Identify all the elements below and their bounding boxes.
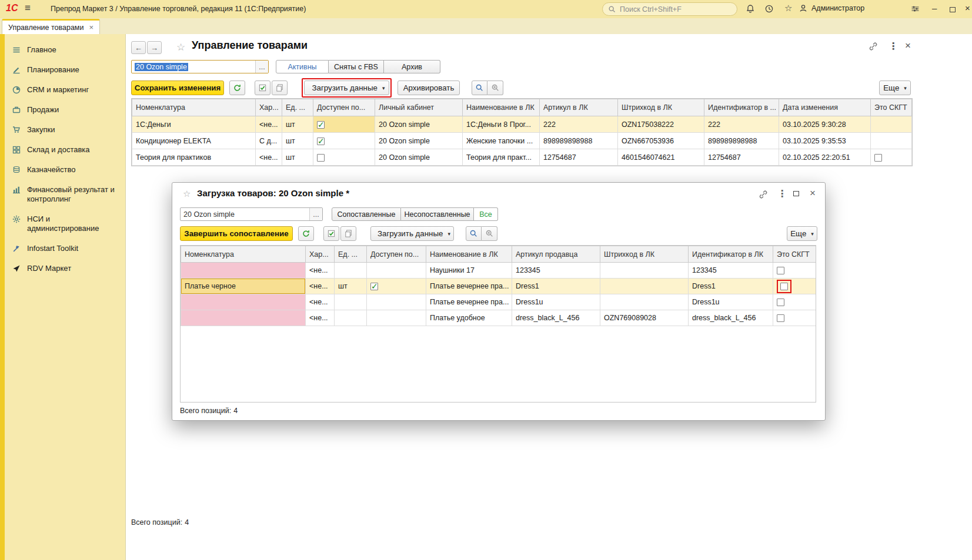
cell-identifier[interactable]: Dress1: [689, 279, 773, 294]
col-article[interactable]: Артикул продавца: [512, 246, 600, 263]
tab-sopostavlennye[interactable]: Сопоставленные: [332, 207, 401, 221]
cell-lk-name[interactable]: Платье удобное: [426, 310, 512, 326]
cell-barcode[interactable]: 4601546074621: [618, 149, 704, 166]
window-minimize-button[interactable]: –: [932, 2, 937, 14]
cell-article[interactable]: 123345: [512, 263, 600, 279]
dialog-cabinet-field[interactable]: 20 Ozon simple ...: [180, 207, 323, 221]
col-barcode[interactable]: Штрихкод в ЛК: [600, 246, 689, 263]
favorite-star-icon[interactable]: ☆: [176, 41, 185, 53]
cell-skgt[interactable]: [871, 149, 912, 166]
cell-characteristic[interactable]: <не...: [306, 279, 335, 294]
sidebar-item-finrezultat[interactable]: Финансовый результат и контроллинг: [5, 180, 125, 209]
form-close-icon[interactable]: ×: [905, 40, 911, 52]
favorites-star-icon[interactable]: ☆: [784, 3, 792, 14]
cell-unit[interactable]: шт: [282, 116, 313, 133]
col-available[interactable]: Доступен по...: [313, 99, 375, 116]
skgt-checkbox[interactable]: [777, 267, 784, 274]
cell-barcode[interactable]: OZN769089028: [600, 310, 689, 326]
tab-aktivny[interactable]: Активны: [276, 60, 329, 73]
nav-forward-button[interactable]: →: [147, 41, 162, 54]
col-identifier[interactable]: Идентификатор в ЛК: [689, 246, 773, 263]
copy-rows-button[interactable]: [272, 81, 288, 95]
sidebar-item-zakupki[interactable]: Закупки: [5, 120, 125, 140]
col-characteristic[interactable]: Хар...: [306, 246, 335, 263]
dialog-set-flags-button[interactable]: [323, 226, 339, 241]
tab-arhiv[interactable]: Архив: [384, 60, 440, 73]
window-maximize-button[interactable]: [950, 4, 956, 15]
cell-unit[interactable]: [335, 294, 367, 310]
cell-identifier[interactable]: dress_black_L_456: [689, 310, 773, 326]
cell-available[interactable]: [367, 263, 426, 279]
skgt-checkbox[interactable]: [780, 283, 788, 290]
cell-nomenclature[interactable]: 1С:Деньги: [132, 116, 256, 133]
cell-identifier[interactable]: 898989898988: [704, 133, 779, 149]
sidebar-item-prodazhi[interactable]: Продажи: [5, 100, 125, 120]
cell-article[interactable]: 898989898988: [540, 133, 618, 149]
tab-upravlenie-tovarami[interactable]: Управление товарами ×: [2, 19, 100, 34]
sidebar-item-infostart-toolkit[interactable]: Infostart Toolkit: [5, 239, 125, 259]
cell-characteristic[interactable]: <не...: [306, 294, 335, 310]
cell-barcode[interactable]: [600, 263, 689, 279]
cell-characteristic[interactable]: <не...: [306, 263, 335, 279]
dialog-search-button[interactable]: [466, 226, 482, 241]
dialog-cabinet-value[interactable]: 20 Ozon simple: [181, 210, 309, 219]
cell-available[interactable]: [313, 149, 375, 166]
cabinet-field[interactable]: 20 Ozon simple ...: [131, 60, 269, 73]
col-nomenclature[interactable]: Номенклатура: [181, 246, 306, 263]
col-skgt[interactable]: Это СКГТ: [871, 99, 912, 116]
cell-cabinet[interactable]: 20 Ozon simple: [375, 133, 463, 149]
cell-barcode[interactable]: OZN667053936: [618, 133, 704, 149]
sidebar-item-nsi-administrirovanie[interactable]: НСИ и администрирование: [5, 209, 125, 239]
cabinet-value[interactable]: 20 Ozon simple: [132, 63, 255, 71]
cell-lk-name[interactable]: Наушники 17: [426, 263, 512, 279]
nav-back-button[interactable]: ←: [131, 41, 146, 54]
cell-identifier[interactable]: 222: [704, 116, 779, 133]
cabinet-select-button[interactable]: ...: [255, 61, 268, 73]
col-nomenclature[interactable]: Номенклатура: [132, 99, 256, 116]
cell-available[interactable]: [313, 133, 375, 149]
cell-modified[interactable]: 03.10.2025 9:30:28: [779, 116, 871, 133]
cell-skgt[interactable]: [773, 294, 816, 310]
table-row[interactable]: 1С:Деньги <не... шт 20 Ozon simple 1С:Де…: [132, 116, 912, 133]
dialog-copy-rows-button[interactable]: [340, 226, 356, 241]
tab-snyaty-s-fbs[interactable]: Сняты с FBS: [329, 60, 384, 73]
dialog-refresh-button[interactable]: [298, 226, 314, 241]
cell-lk-name[interactable]: 1С:Деньги 8 Прог...: [463, 116, 540, 133]
get-link-icon[interactable]: [869, 42, 878, 51]
available-checkbox[interactable]: [370, 283, 378, 290]
cell-article[interactable]: Dress1: [512, 279, 600, 294]
skgt-checkbox[interactable]: [777, 314, 784, 322]
table-row[interactable]: <не... Платье удобное dress_black_L_456 …: [181, 310, 816, 326]
cell-available[interactable]: [367, 279, 426, 294]
cell-lk-name[interactable]: Теория для практ...: [463, 149, 540, 166]
cell-skgt[interactable]: [773, 279, 816, 294]
tab-nesopostavlennye[interactable]: Несопоставленные: [401, 207, 474, 221]
cell-article[interactable]: Dress1u: [512, 294, 600, 310]
cell-nomenclature[interactable]: Платье черное: [181, 279, 306, 294]
cell-available[interactable]: [367, 294, 426, 310]
cell-skgt[interactable]: [773, 263, 816, 279]
cell-nomenclature[interactable]: [181, 263, 306, 279]
dialog-close-icon[interactable]: ×: [810, 187, 816, 199]
cell-lk-name[interactable]: Платье вечернее пра...: [426, 279, 512, 294]
col-barcode[interactable]: Штрихкод в ЛК: [618, 99, 704, 116]
skgt-checkbox[interactable]: [777, 299, 784, 306]
table-row[interactable]: <не... Наушники 17 123345 123345: [181, 263, 816, 279]
cell-nomenclature[interactable]: [181, 294, 306, 310]
dialog-cancel-search-button[interactable]: [482, 226, 497, 241]
cell-unit[interactable]: шт: [282, 149, 313, 166]
sidebar-item-crm[interactable]: CRM и маркетинг: [5, 80, 125, 100]
cell-characteristic[interactable]: <не...: [256, 116, 282, 133]
user-menu[interactable]: Администратор: [799, 4, 864, 13]
col-identifier[interactable]: Идентификатор в ...: [704, 99, 779, 116]
col-modified[interactable]: Дата изменения: [779, 99, 871, 116]
cell-article[interactable]: 12754687: [540, 149, 618, 166]
archive-button[interactable]: Архивировать: [398, 81, 460, 95]
col-cabinet[interactable]: Личный кабинет: [375, 99, 463, 116]
set-flags-button[interactable]: [255, 81, 270, 95]
history-icon[interactable]: [764, 4, 774, 14]
save-changes-button[interactable]: Сохранить изменения: [131, 81, 224, 95]
cell-nomenclature[interactable]: Теория для практиков: [132, 149, 256, 166]
cell-available[interactable]: [313, 116, 375, 133]
cell-skgt[interactable]: [871, 133, 912, 149]
